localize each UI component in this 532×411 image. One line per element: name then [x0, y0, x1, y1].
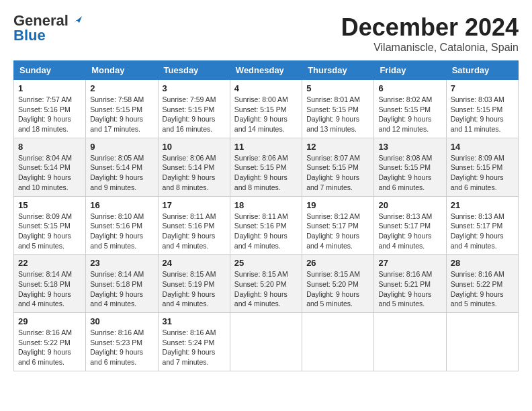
- empty-cell: [446, 313, 518, 371]
- day-info-17: Sunrise: 8:11 AM Sunset: 5:16 PM Dayligh…: [163, 212, 226, 251]
- day-cell-12: 12 Sunrise: 8:07 AM Sunset: 5:15 PM Dayl…: [302, 138, 374, 196]
- logo: General Blue: [13, 13, 82, 43]
- day-cell-29: 29 Sunrise: 8:16 AM Sunset: 5:22 PM Dayl…: [14, 313, 86, 371]
- day-info-1: Sunrise: 7:57 AM Sunset: 5:16 PM Dayligh…: [18, 95, 81, 134]
- day-info-24: Sunrise: 8:15 AM Sunset: 5:19 PM Dayligh…: [163, 269, 226, 309]
- day-cell-27: 27 Sunrise: 8:16 AM Sunset: 5:21 PM Dayl…: [374, 255, 446, 313]
- day-info-2: Sunrise: 7:58 AM Sunset: 5:15 PM Dayligh…: [90, 95, 153, 134]
- day-cell-19: 19 Sunrise: 8:12 AM Sunset: 5:17 PM Dayl…: [302, 196, 374, 255]
- day-cell-2: 2 Sunrise: 7:58 AM Sunset: 5:15 PM Dayli…: [86, 80, 158, 138]
- day-number-16: 16: [90, 200, 153, 210]
- calendar-week-5: 29 Sunrise: 8:16 AM Sunset: 5:22 PM Dayl…: [14, 313, 519, 371]
- day-info-31: Sunrise: 8:16 AM Sunset: 5:24 PM Dayligh…: [163, 328, 226, 367]
- logo-blue: Blue: [13, 28, 46, 43]
- day-cell-1: 1 Sunrise: 7:57 AM Sunset: 5:16 PM Dayli…: [14, 80, 86, 138]
- day-info-18: Sunrise: 8:11 AM Sunset: 5:16 PM Dayligh…: [234, 212, 298, 251]
- day-info-13: Sunrise: 8:08 AM Sunset: 5:15 PM Dayligh…: [378, 153, 441, 193]
- day-cell-25: 25 Sunrise: 8:15 AM Sunset: 5:20 PM Dayl…: [230, 255, 302, 313]
- day-info-28: Sunrise: 8:16 AM Sunset: 5:22 PM Dayligh…: [451, 269, 514, 309]
- day-info-16: Sunrise: 8:10 AM Sunset: 5:16 PM Dayligh…: [90, 212, 153, 251]
- day-info-9: Sunrise: 8:05 AM Sunset: 5:14 PM Dayligh…: [90, 153, 153, 193]
- calendar-week-2: 8 Sunrise: 8:04 AM Sunset: 5:14 PM Dayli…: [14, 138, 519, 196]
- day-info-8: Sunrise: 8:04 AM Sunset: 5:14 PM Dayligh…: [18, 153, 81, 193]
- day-number-2: 2: [90, 83, 153, 93]
- calendar-week-3: 15 Sunrise: 8:09 AM Sunset: 5:15 PM Dayl…: [14, 196, 519, 255]
- header-sunday: Sunday: [14, 61, 86, 80]
- day-number-17: 17: [163, 200, 226, 210]
- header-wednesday: Wednesday: [230, 61, 302, 80]
- logo-general: General: [13, 13, 69, 28]
- day-number-15: 15: [18, 200, 81, 210]
- day-cell-24: 24 Sunrise: 8:15 AM Sunset: 5:19 PM Dayl…: [158, 255, 230, 313]
- header-monday: Monday: [86, 61, 158, 80]
- day-info-20: Sunrise: 8:13 AM Sunset: 5:17 PM Dayligh…: [378, 212, 441, 251]
- day-info-12: Sunrise: 8:07 AM Sunset: 5:15 PM Dayligh…: [306, 153, 369, 193]
- header-friday: Friday: [374, 61, 446, 80]
- day-number-25: 25: [234, 258, 298, 268]
- day-number-5: 5: [306, 83, 369, 93]
- day-number-27: 27: [378, 258, 441, 268]
- day-number-7: 7: [451, 83, 514, 93]
- day-number-28: 28: [451, 258, 514, 268]
- day-number-4: 4: [234, 83, 298, 93]
- day-cell-20: 20 Sunrise: 8:13 AM Sunset: 5:17 PM Dayl…: [374, 196, 446, 255]
- day-cell-16: 16 Sunrise: 8:10 AM Sunset: 5:16 PM Dayl…: [86, 196, 158, 255]
- day-number-22: 22: [18, 258, 81, 268]
- day-cell-7: 7 Sunrise: 8:03 AM Sunset: 5:15 PM Dayli…: [446, 80, 518, 138]
- day-number-13: 13: [378, 142, 441, 152]
- location: Vilamaniscle, Catalonia, Spain: [341, 42, 519, 54]
- svg-marker-0: [74, 16, 82, 23]
- day-cell-18: 18 Sunrise: 8:11 AM Sunset: 5:16 PM Dayl…: [230, 196, 302, 255]
- day-number-19: 19: [306, 200, 369, 210]
- calendar-week-4: 22 Sunrise: 8:14 AM Sunset: 5:18 PM Dayl…: [14, 255, 519, 313]
- day-cell-10: 10 Sunrise: 8:06 AM Sunset: 5:14 PM Dayl…: [158, 138, 230, 196]
- day-number-8: 8: [18, 142, 81, 152]
- day-number-29: 29: [18, 316, 81, 326]
- day-cell-15: 15 Sunrise: 8:09 AM Sunset: 5:15 PM Dayl…: [14, 196, 86, 255]
- day-cell-30: 30 Sunrise: 8:16 AM Sunset: 5:23 PM Dayl…: [86, 313, 158, 371]
- day-info-26: Sunrise: 8:15 AM Sunset: 5:20 PM Dayligh…: [306, 269, 369, 309]
- day-info-27: Sunrise: 8:16 AM Sunset: 5:21 PM Dayligh…: [378, 269, 441, 309]
- empty-cell: [230, 313, 302, 371]
- calendar-table: Sunday Monday Tuesday Wednesday Thursday…: [13, 60, 519, 371]
- day-number-3: 3: [163, 83, 226, 93]
- day-number-12: 12: [306, 142, 369, 152]
- header-tuesday: Tuesday: [158, 61, 230, 80]
- day-cell-11: 11 Sunrise: 8:06 AM Sunset: 5:15 PM Dayl…: [230, 138, 302, 196]
- day-cell-21: 21 Sunrise: 8:13 AM Sunset: 5:17 PM Dayl…: [446, 196, 518, 255]
- day-cell-26: 26 Sunrise: 8:15 AM Sunset: 5:20 PM Dayl…: [302, 255, 374, 313]
- day-cell-3: 3 Sunrise: 7:59 AM Sunset: 5:15 PM Dayli…: [158, 80, 230, 138]
- header-saturday: Saturday: [446, 61, 518, 80]
- day-number-18: 18: [234, 200, 298, 210]
- day-cell-31: 31 Sunrise: 8:16 AM Sunset: 5:24 PM Dayl…: [158, 313, 230, 371]
- day-info-4: Sunrise: 8:00 AM Sunset: 5:15 PM Dayligh…: [234, 95, 298, 134]
- day-cell-28: 28 Sunrise: 8:16 AM Sunset: 5:22 PM Dayl…: [446, 255, 518, 313]
- calendar-week-1: 1 Sunrise: 7:57 AM Sunset: 5:16 PM Dayli…: [14, 80, 519, 138]
- day-info-25: Sunrise: 8:15 AM Sunset: 5:20 PM Dayligh…: [234, 269, 298, 309]
- day-info-14: Sunrise: 8:09 AM Sunset: 5:15 PM Dayligh…: [451, 153, 514, 193]
- logo-bird-icon: [70, 13, 82, 26]
- day-info-10: Sunrise: 8:06 AM Sunset: 5:14 PM Dayligh…: [163, 153, 226, 193]
- title-section: December 2024 Vilamaniscle, Catalonia, S…: [341, 13, 519, 54]
- day-number-21: 21: [451, 200, 514, 210]
- day-info-21: Sunrise: 8:13 AM Sunset: 5:17 PM Dayligh…: [451, 212, 514, 251]
- day-cell-8: 8 Sunrise: 8:04 AM Sunset: 5:14 PM Dayli…: [14, 138, 86, 196]
- day-number-6: 6: [378, 83, 441, 93]
- weekday-header-row: Sunday Monday Tuesday Wednesday Thursday…: [14, 61, 519, 80]
- day-number-26: 26: [306, 258, 369, 268]
- day-cell-14: 14 Sunrise: 8:09 AM Sunset: 5:15 PM Dayl…: [446, 138, 518, 196]
- day-cell-23: 23 Sunrise: 8:14 AM Sunset: 5:18 PM Dayl…: [86, 255, 158, 313]
- empty-cell: [302, 313, 374, 371]
- day-info-19: Sunrise: 8:12 AM Sunset: 5:17 PM Dayligh…: [306, 212, 369, 251]
- day-number-24: 24: [163, 258, 226, 268]
- day-info-3: Sunrise: 7:59 AM Sunset: 5:15 PM Dayligh…: [163, 95, 226, 134]
- day-info-29: Sunrise: 8:16 AM Sunset: 5:22 PM Dayligh…: [18, 328, 81, 367]
- day-info-23: Sunrise: 8:14 AM Sunset: 5:18 PM Dayligh…: [90, 269, 153, 309]
- day-number-30: 30: [90, 316, 153, 326]
- day-number-10: 10: [163, 142, 226, 152]
- day-number-31: 31: [163, 316, 226, 326]
- month-title: December 2024: [341, 13, 519, 42]
- day-cell-4: 4 Sunrise: 8:00 AM Sunset: 5:15 PM Dayli…: [230, 80, 302, 138]
- day-cell-22: 22 Sunrise: 8:14 AM Sunset: 5:18 PM Dayl…: [14, 255, 86, 313]
- day-cell-13: 13 Sunrise: 8:08 AM Sunset: 5:15 PM Dayl…: [374, 138, 446, 196]
